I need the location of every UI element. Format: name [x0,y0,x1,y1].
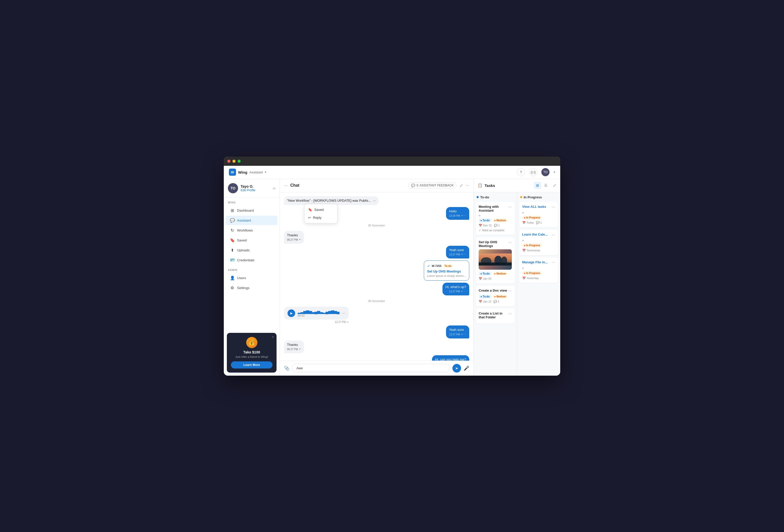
msg-bubble-sent: Hello 13:28 PM ↩ ··· [446,207,469,220]
broadcast-btn[interactable]: ((·)) [529,168,537,176]
task-date: 📅 Yesterday [522,276,539,280]
comment-count: 1 [498,300,499,303]
sidebar-item-assistant[interactable]: 💬 Assistant [226,216,278,225]
task-more-btn[interactable]: ··· [508,240,511,245]
user-avatar-nav[interactable]: TO [541,168,550,176]
sidebar-item-dashboard[interactable]: ⊞ Dashboard [226,206,278,215]
msg-more-icon[interactable]: ··· [464,290,466,293]
chat-input[interactable] [292,364,450,372]
edit-profile-link[interactable]: Edit Profile [241,188,255,192]
nav-dropdown-icon[interactable]: ▾ [554,170,555,174]
task-more-btn[interactable]: ··· [552,260,555,265]
reply-icon: ↩ [461,290,463,293]
table-row: Thanks 06:27 PM ↩ [284,341,469,353]
help-btn[interactable]: ? [517,168,525,176]
dashboard-icon: ⊞ [230,208,234,213]
settings-icon: ⚙ [230,286,234,290]
feedback-button[interactable]: 💬 0 ASSISTANT FEEDBACK [408,182,456,189]
brand-name: Wing [238,170,248,174]
attach-btn[interactable]: 📎 [284,365,289,371]
sidebar-item-uploads[interactable]: ⬆ Uploads [226,245,278,255]
sidebar-item-label: Settings [237,286,250,290]
send-button[interactable]: ➤ [452,364,461,373]
task-more-btn[interactable]: ··· [508,289,511,293]
list-item[interactable]: Create a Doc view ··· ● To-do ● Medium 📅… [476,286,515,306]
chat-icon: ··· [284,183,288,188]
comment-icon: 💬 [494,224,498,227]
list-item[interactable]: View ALL tasks ··· ≡ ● In Progress 📅 [519,202,558,228]
sidebar-collapse-btn[interactable]: ‹‹ [273,186,276,190]
dropdown-icon[interactable]: ▾ [265,170,267,174]
sidebar-item-users[interactable]: 👤 Users [226,273,278,283]
minimize-btn[interactable] [232,160,235,163]
audio-more-btn[interactable]: ··· [342,311,345,316]
sidebar-item-credentials[interactable]: 🪪 Credentials [226,256,278,265]
task-date-text: Jan 05 [483,277,492,280]
task-more-btn[interactable]: ··· [552,233,555,237]
msg-time: 13:27 PM [449,290,460,293]
task-more-btn[interactable]: ··· [508,205,511,209]
sidebar-item-saved[interactable]: 🔖 Saved [226,236,278,245]
inprogress-column-title: In Progress [524,195,542,199]
sidebar-item-workflows[interactable]: ↻ Workflows [226,226,278,235]
todo-dot [477,196,479,198]
top-nav: W Wing Assistant ▾ ? ((·)) TO ▾ [224,166,560,179]
title-bar [224,157,560,166]
list-item[interactable]: Learn the Cale... ··· ≡ ● In Progress 📅 [519,230,558,255]
task-date-text: Tommorow [527,249,540,252]
workflow-tag: To-do [443,264,453,268]
drag-icon: ≡ [522,267,524,270]
msg-bubble-sent: Yeah sure 13:27 PM ↩ ··· [446,325,469,338]
chat-more-btn[interactable]: ··· [466,183,469,188]
audio-play-btn[interactable]: ▶ [287,309,295,317]
msg-more-icon[interactable]: ··· [464,333,466,336]
reply-menu-icon: ↩ [308,216,311,219]
close-btn[interactable] [227,160,230,163]
saved-menu-label: Saved [314,208,324,212]
expand-chat-btn[interactable]: ⤢ [459,183,463,188]
tasks-columns: To-do Meeting with Assistant ··· ≡ ● To-… [474,192,560,376]
todo-column: To-do Meeting with Assistant ··· ≡ ● To-… [474,192,517,376]
mark-complete-btn[interactable]: ✓ Mark as complete [479,229,512,232]
task-image [479,249,512,270]
sidebar-item-label: Assistant [237,218,251,222]
task-comments: 💬 1 [494,300,499,303]
context-menu-reply[interactable]: ↩ Reply [305,214,337,221]
promo-close-btn[interactable]: × [272,335,274,339]
learn-cale-link[interactable]: Learn the Cale... [522,233,548,236]
calendar-icon: 📅 [522,221,526,224]
manage-file-link[interactable]: Manage File in... [522,260,548,264]
task-date: 📅 Tommorow [522,249,540,252]
mic-btn[interactable]: 🎤 [464,365,469,371]
view-all-tasks-link[interactable]: View ALL tasks [522,205,546,209]
content-area: TO Tayo O. Edit Profile ‹‹ WING ⊞ Dashbo… [224,179,560,376]
expand-tasks-btn[interactable]: ⤢ [553,183,556,188]
task-more-btn[interactable]: ··· [552,205,555,209]
users-icon: 👤 [230,275,234,280]
grid-view-btn[interactable]: ⊞ [534,182,541,189]
list-item[interactable]: Create a List in that Folder ··· [476,308,515,324]
context-menu-saved[interactable]: 🔖 Saved [305,206,337,214]
sidebar-item-settings[interactable]: ⚙ Settings [226,283,278,293]
list-item[interactable]: Set Up OHS Meetings ··· [476,237,515,284]
learn-more-button[interactable]: Learn More [231,361,273,368]
sidebar-user: TO Tayo O. Edit Profile ‹‹ [224,179,280,198]
task-tags: ● To-do ● Medium [479,218,512,222]
list-view-btn[interactable]: ☰ [542,182,549,189]
task-comments: 💬 1 [536,221,542,224]
tasks-title: Tasks [484,183,532,188]
list-item[interactable]: Meeting with Assistant ··· ≡ ● To-do ● M… [476,202,515,235]
msg-more-icon[interactable]: ··· [464,214,466,217]
msg-bubble-sent: Yeah sure 13:27 PM ↩ ··· [446,246,469,259]
maximize-btn[interactable] [237,160,241,163]
msg-more[interactable]: ··· [373,198,376,203]
list-item[interactable]: Manage File in... ··· ≡ ● In Progress 📅 [519,257,558,283]
task-more-btn[interactable]: ··· [508,312,511,316]
sidebar-item-label: Uploads [237,248,250,252]
audio-message: ▶ ▂▃▅▆▅▃▄▅▃▂▄▅▆▅▄ 00:02 ··· [284,306,349,320]
chat-input-area: 📎 ➤ 🎤 [280,361,473,376]
assistant-icon: 💬 [230,218,234,223]
msg-more-icon[interactable]: ··· [464,253,466,256]
task-date-text: Jan 15 [483,300,492,303]
table-row: ✓ W-7255 To-do Set Up OHS Meetings Lorem… [284,261,469,280]
